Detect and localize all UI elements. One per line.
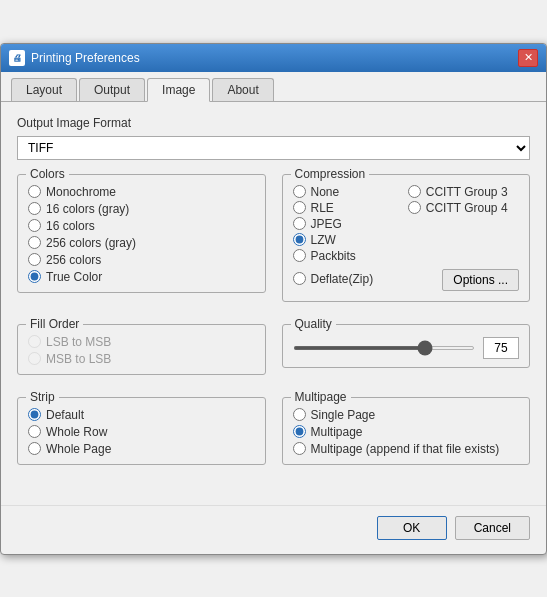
color-monochrome: Monochrome [28,185,255,199]
comp-ccitt4-radio[interactable] [408,201,421,214]
fillorder-quality-row: Fill Order LSB to MSB MSB to LSB [17,324,530,385]
ok-button[interactable]: OK [377,516,447,540]
multipage-label: Multipage [291,390,351,404]
comp-none: None [293,185,404,199]
comp-rle-label: RLE [311,201,334,215]
strip-whole-page-radio[interactable] [28,442,41,455]
comp-lzw-label: LZW [311,233,336,247]
fill-order-group: Fill Order LSB to MSB MSB to LSB [17,324,266,375]
color-16-radio[interactable] [28,219,41,232]
comp-jpeg-label: JPEG [311,217,342,231]
color-true-radio[interactable] [28,270,41,283]
colors-group: Colors Monochrome 16 colors (gray) 16 [17,174,266,293]
tab-output[interactable]: Output [79,78,145,101]
color-16-label: 16 colors [46,219,95,233]
bottom-buttons: OK Cancel [1,505,546,554]
fill-order-label: Fill Order [26,317,83,331]
tab-layout[interactable]: Layout [11,78,77,101]
window-title: Printing Preferences [31,51,140,65]
multipage-append-label: Multipage (append if that file exists) [311,442,500,456]
color-256gray-radio[interactable] [28,236,41,249]
multipage-single-radio[interactable] [293,408,306,421]
strip-default-radio[interactable] [28,408,41,421]
title-bar: 🖨 Printing Preferences ✕ [1,44,546,72]
comp-ccitt3: CCITT Group 3 [408,185,519,199]
comp-packbits-label: Packbits [311,249,356,263]
quality-label: Quality [291,317,336,331]
strip-whole-row-label: Whole Row [46,425,107,439]
color-16gray-radio[interactable] [28,202,41,215]
fill-lsb-msb: LSB to MSB [28,335,255,349]
multipage-append-radio[interactable] [293,442,306,455]
strip-whole-row: Whole Row [28,425,255,439]
multipage-group: Multipage Single Page Multipage Multi [282,397,531,465]
color-256-label: 256 colors [46,253,101,267]
comp-lzw: LZW [293,233,404,247]
multipage-multi-radio[interactable] [293,425,306,438]
color-monochrome-radio[interactable] [28,185,41,198]
comp-deflate: Deflate(Zip) [293,265,404,293]
comp-none-radio[interactable] [293,185,306,198]
quality-group: Quality 75 [282,324,531,368]
quality-slider[interactable] [293,346,476,350]
fill-order-radio-group: LSB to MSB MSB to LSB [28,335,255,366]
compression-group: Compression None CCITT Group 3 RLE [282,174,531,302]
multipage-column: Multipage Single Page Multipage Multi [282,397,531,475]
multipage-multi: Multipage [293,425,520,439]
quality-slider-container [293,346,476,350]
quality-column: Quality 75 [282,324,531,385]
strip-default-label: Default [46,408,84,422]
colors-column: Colors Monochrome 16 colors (gray) 16 [17,174,266,312]
comp-lzw-radio[interactable] [293,233,306,246]
comp-rle: RLE [293,201,404,215]
color-256-radio[interactable] [28,253,41,266]
comp-rle-radio[interactable] [293,201,306,214]
strip-label: Strip [26,390,59,404]
strip-multipage-row: Strip Default Whole Row Whole Page [17,397,530,475]
strip-whole-page: Whole Page [28,442,255,456]
compression-grid: None CCITT Group 3 RLE CCITT Group [293,185,520,293]
close-button[interactable]: ✕ [518,49,538,67]
window-icon: 🖨 [9,50,25,66]
main-content: Output Image Format TIFF PNG JPEG BMP Co… [1,102,546,501]
comp-packbits: Packbits [293,249,404,263]
strip-whole-page-label: Whole Page [46,442,111,456]
comp-none-label: None [311,185,340,199]
colors-radio-group: Monochrome 16 colors (gray) 16 colors [28,185,255,284]
color-true: True Color [28,270,255,284]
comp-ccitt3-label: CCITT Group 3 [426,185,508,199]
fill-msb-lsb-label: MSB to LSB [46,352,111,366]
options-button[interactable]: Options ... [442,269,519,291]
color-monochrome-label: Monochrome [46,185,116,199]
tab-image[interactable]: Image [147,78,210,102]
multipage-single: Single Page [293,408,520,422]
multipage-single-label: Single Page [311,408,376,422]
strip-group: Strip Default Whole Row Whole Page [17,397,266,465]
color-16: 16 colors [28,219,255,233]
cancel-button[interactable]: Cancel [455,516,530,540]
output-image-format-select[interactable]: TIFF PNG JPEG BMP [17,136,530,160]
multipage-multi-label: Multipage [311,425,363,439]
colors-label: Colors [26,167,69,181]
fill-msb-lsb-radio[interactable] [28,352,41,365]
comp-packbits-radio[interactable] [293,249,306,262]
fill-lsb-msb-radio[interactable] [28,335,41,348]
color-16gray: 16 colors (gray) [28,202,255,216]
multipage-radio-group: Single Page Multipage Multipage (append … [293,408,520,456]
comp-jpeg-radio[interactable] [293,217,306,230]
color-256gray: 256 colors (gray) [28,236,255,250]
fill-msb-lsb: MSB to LSB [28,352,255,366]
output-image-format-label: Output Image Format [17,116,530,130]
color-256: 256 colors [28,253,255,267]
fill-order-column: Fill Order LSB to MSB MSB to LSB [17,324,266,385]
quality-value: 75 [483,337,519,359]
compression-label: Compression [291,167,370,181]
strip-default: Default [28,408,255,422]
tab-about[interactable]: About [212,78,273,101]
strip-radio-group: Default Whole Row Whole Page [28,408,255,456]
title-bar-left: 🖨 Printing Preferences [9,50,140,66]
comp-deflate-radio[interactable] [293,272,306,285]
comp-ccitt3-radio[interactable] [408,185,421,198]
compression-column: Compression None CCITT Group 3 RLE [282,174,531,312]
strip-whole-row-radio[interactable] [28,425,41,438]
